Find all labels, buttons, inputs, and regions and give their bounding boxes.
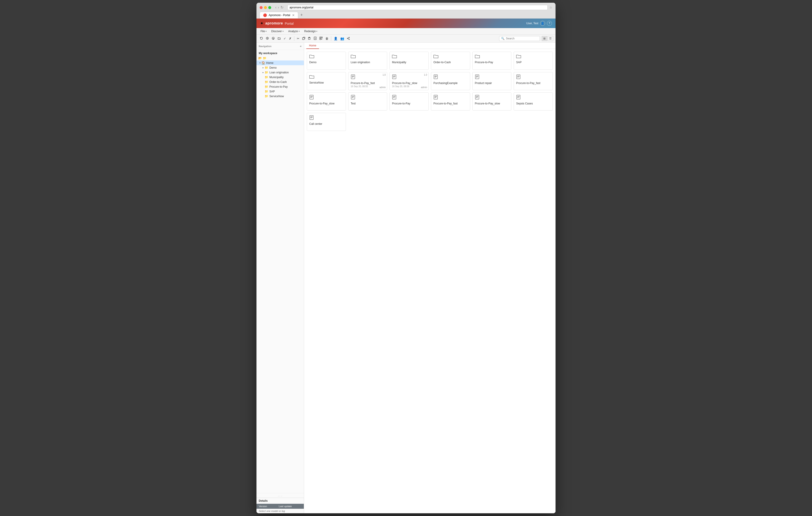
order-folder-icon: 📁 (265, 80, 268, 84)
toolbar-copy-button[interactable] (301, 36, 306, 41)
sidebar-item-procure-to-pay[interactable]: 📁 Procure-to-Pay (260, 84, 304, 89)
grid-item-procure-to-pay-slow-3[interactable]: Procure-to-Pay_slow (472, 92, 512, 111)
sidebar-header-icons: « (300, 44, 301, 48)
toolbar-upload-button[interactable] (265, 36, 270, 41)
help-icon[interactable]: ? (547, 21, 552, 26)
toolbar-new-button[interactable] (313, 36, 318, 41)
ptp-slow-3-label: Procure-to-Pay_slow (475, 102, 509, 105)
logo-icon: ✦ (260, 21, 263, 26)
toolbar-check-button[interactable]: ✓ (282, 36, 287, 41)
svg-rect-8 (320, 38, 321, 40)
ptp-slow-2-icon (309, 95, 344, 100)
grid-item-purchasing-example[interactable]: PurchasingExample (431, 72, 470, 90)
sidebar-item-home[interactable]: ▾ 🏠 Home (257, 60, 304, 65)
toolbar-users-button[interactable]: 👥 (339, 36, 345, 41)
toolbar: ✓ ✗ ✂ 🗑 👤 👥 (257, 35, 555, 42)
toolbar-cross-button[interactable]: ✗ (288, 36, 293, 41)
toolbar-download-button[interactable] (270, 36, 276, 41)
browser-controls: ‹ › ↻ apromore.org/portal ☆ (260, 5, 552, 10)
grid-item-procure-to-pay-fast-3[interactable]: Procure-to-Pay_fast (431, 92, 470, 111)
user-avatar-icon[interactable]: 👤 (540, 21, 545, 26)
ptp-fast-1-label: Procure-to-Pay_fast (351, 82, 385, 85)
sidebar-item-loan-origination[interactable]: ▸ 📁 Loan origination (260, 70, 304, 75)
close-traffic-light[interactable] (260, 6, 263, 9)
grid-item-demo[interactable]: Demo (307, 52, 346, 70)
sidebar-item-servicenow[interactable]: 📁 ServiceNow (260, 94, 304, 98)
grid-item-procure-to-pay-folder[interactable]: Procure-to-Pay (472, 52, 512, 70)
browser-tab-apromore[interactable]: 🔴 Apromore - Portal ✕ (260, 12, 298, 18)
menu-discover-label: Discover (271, 30, 282, 33)
maximize-traffic-light[interactable] (268, 6, 271, 9)
grid-item-loan-origination[interactable]: Loan origination (348, 52, 387, 70)
grid-item-product-repair[interactable]: Product repair (472, 72, 512, 90)
grid-item-servicenow[interactable]: ServiceNow (307, 72, 346, 90)
menu-redesign[interactable]: Redesign ▾ (302, 29, 319, 33)
svg-line-13 (348, 38, 349, 38)
menu-analyze[interactable]: Analyze ▾ (286, 29, 301, 33)
sidebar-drag-handle[interactable]: ... ... (257, 493, 304, 498)
list-view-button[interactable]: ☰ (548, 36, 553, 41)
toolbar-cut-button[interactable]: ✂ (296, 36, 301, 41)
menu-discover-chevron: ▾ (283, 30, 284, 32)
address-bar[interactable]: apromore.org/portal (288, 5, 548, 10)
back-button[interactable]: ‹ (275, 6, 277, 9)
sidebar-item-sap[interactable]: 📁 SAP (260, 89, 304, 94)
grid-item-test[interactable]: Test (348, 92, 387, 111)
procure-folder-grid-icon (475, 54, 509, 59)
toolbar-paste-button[interactable] (307, 36, 312, 41)
grid-item-order-to-cash[interactable]: Order-to-Cash (431, 52, 470, 70)
menu-bar: File ▾ Discover ▾ Analyze ▾ Redesign ▾ (257, 28, 555, 35)
menu-analyze-label: Analyze (288, 30, 298, 33)
svg-rect-38 (351, 95, 355, 99)
sidebar-item-order-to-cash[interactable]: 📁 Order-to-Cash (260, 80, 304, 84)
toolbar-share-button[interactable] (346, 36, 351, 41)
sidebar-item-demo[interactable]: ▸ 📁 Demo (260, 65, 304, 70)
purchasing-label: PurchasingExample (433, 82, 468, 85)
address-bar-row: apromore.org/portal ☆ (288, 5, 552, 10)
svg-rect-18 (393, 75, 396, 79)
sidebar-tree: ▸ 📁 Demo ▸ 📁 Loan origination 📁 Municipa… (257, 65, 304, 98)
grid-item-sap[interactable]: SAP (514, 52, 553, 70)
grid-view-button[interactable]: ⊞ (542, 36, 547, 41)
toolbar-refresh-button[interactable] (259, 36, 264, 41)
details-header: Details (257, 498, 304, 504)
search-box[interactable]: 🔍 (499, 36, 540, 41)
menu-file-chevron: ▾ (265, 30, 267, 32)
reload-button[interactable]: ↻ (281, 6, 284, 9)
search-input[interactable] (506, 37, 535, 40)
sidebar: Navigation « My workspace 📂 📁 ▾ 🏠 Home (257, 42, 304, 513)
grid-item-procure-to-pay-slow-1[interactable]: 1.0 Procure-to-Pay_slow 16 Sep 20, 08:56… (389, 72, 429, 90)
sidebar-collapse-icon[interactable]: « (300, 44, 301, 48)
svg-point-9 (349, 37, 350, 38)
grid-item-procure-to-pay-slow-2[interactable]: Procure-to-Pay_slow (307, 92, 346, 111)
toolbar-grid-add-button[interactable] (318, 36, 324, 41)
new-tab-button[interactable]: + (299, 12, 305, 18)
forward-button[interactable]: › (278, 6, 279, 9)
toolbar-user-button[interactable]: 👤 (332, 36, 339, 41)
minimize-traffic-light[interactable] (264, 6, 267, 9)
menu-discover[interactable]: Discover ▾ (269, 29, 286, 33)
portal-label: Portal (285, 22, 294, 25)
loan-toggle: ▸ (261, 71, 265, 73)
grid-item-sepsis-cases[interactable]: Sepsis Cases (514, 92, 553, 111)
sap-label: SAP (269, 90, 275, 93)
grid-item-municipality[interactable]: Municipality (389, 52, 429, 70)
grid-item-call-center[interactable]: Call center (307, 113, 346, 131)
procure-label: Procure-to-Pay (269, 85, 288, 88)
workspace-row: 📂 📁 (257, 56, 304, 60)
ptp-slow-1-version: 1.0 (424, 73, 427, 76)
order-label: Order-to-Cash (269, 81, 287, 84)
bookmark-button[interactable]: ☆ (549, 6, 552, 9)
ptp-slow-1-icon (392, 74, 426, 80)
grid-item-procure-to-pay-fast-1[interactable]: 1.0 Procure-to-Pay_fast 16 Sep 20, 08:55… (348, 72, 387, 90)
toolbar-create-folder-button[interactable] (277, 36, 282, 41)
grid-item-procure-to-pay-fast-2[interactable]: Procure-to-Pay_fast (514, 72, 553, 90)
tab-close-button[interactable]: ✕ (292, 13, 295, 17)
traffic-lights (260, 6, 271, 9)
grid-item-procure-to-pay-3[interactable]: Procure-to-Pay (389, 92, 429, 111)
procure-folder-grid-label: Procure-to-Pay (475, 61, 509, 64)
sidebar-item-municipality[interactable]: 📁 Municipality (260, 75, 304, 80)
toolbar-delete-button[interactable]: 🗑 (324, 36, 330, 41)
tab-home[interactable]: Home (306, 42, 319, 49)
menu-file[interactable]: File ▾ (259, 29, 268, 33)
